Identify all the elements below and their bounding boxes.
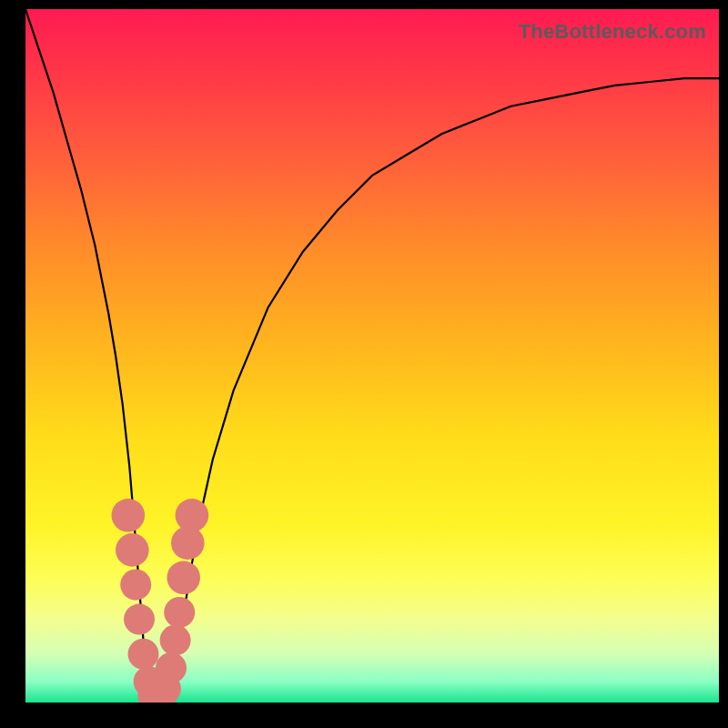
curve-marker xyxy=(124,604,155,635)
curve-marker xyxy=(128,639,159,670)
curve-layer xyxy=(25,9,719,703)
curve-marker xyxy=(167,561,200,595)
curve-marker xyxy=(176,499,209,532)
chart-frame: TheBottleneck.com xyxy=(0,0,728,728)
marker-group xyxy=(112,499,209,703)
curve-marker xyxy=(164,597,195,628)
plot-area: TheBottleneck.com xyxy=(25,9,719,703)
curve-marker xyxy=(116,533,149,567)
curve-marker xyxy=(120,570,151,601)
curve-marker xyxy=(156,652,187,683)
curve-marker xyxy=(160,624,191,655)
curve-marker xyxy=(112,499,146,532)
